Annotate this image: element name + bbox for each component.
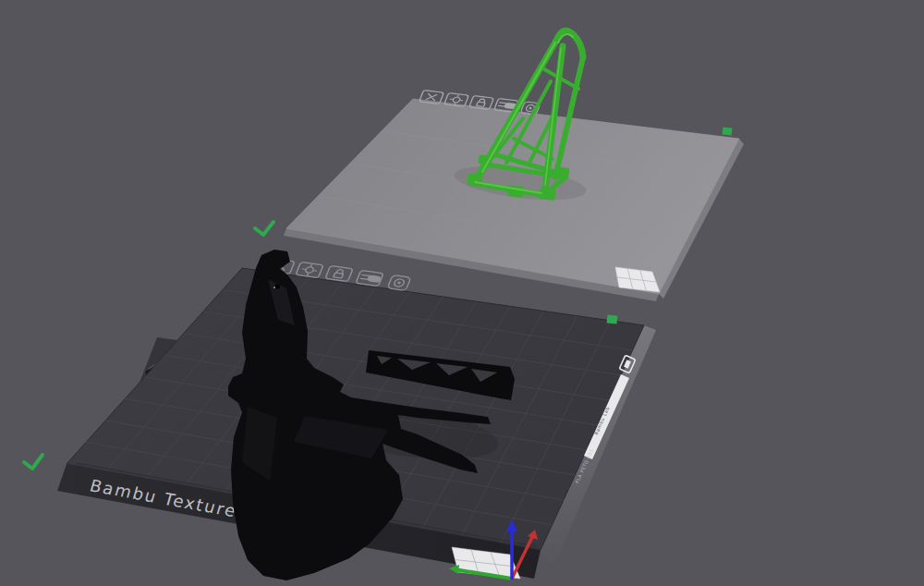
slicer-3d-viewport: Bambu Lab PLA PETG ABS Bambu Textured PE… [0, 0, 924, 586]
upper-plate-right-marker-icon [723, 127, 733, 135]
seat-mount-hole [274, 284, 279, 288]
lower-plate-right-marker-icon [607, 314, 618, 324]
seat-highlight-dot [274, 287, 275, 288]
